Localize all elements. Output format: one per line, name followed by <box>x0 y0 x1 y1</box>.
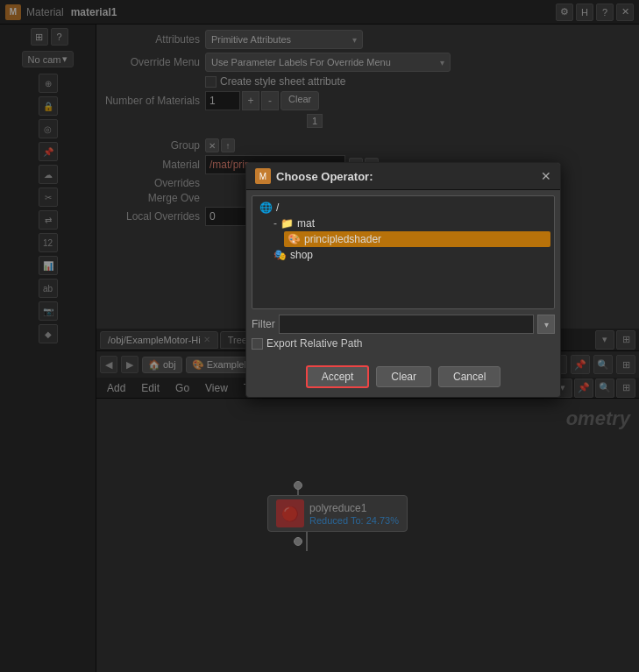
modal-close-btn[interactable]: ✕ <box>541 169 551 183</box>
tree-item-shop[interactable]: 🎭 shop <box>270 247 550 263</box>
export-relative-row: Export Relative Path <box>252 337 555 350</box>
minus-icon: - <box>273 217 277 230</box>
modal-overlay[interactable]: M Choose Operator: ✕ 🌐 / - 📁 mat <box>0 0 639 672</box>
mat-folder-icon: 📁 <box>280 217 294 230</box>
accept-button[interactable]: Accept <box>306 365 370 388</box>
modal-title: Choose Operator: <box>276 170 373 183</box>
filter-arrow-btn[interactable]: ▾ <box>537 315 555 334</box>
tree-shop-label: shop <box>290 249 313 261</box>
export-relative-label: Export Relative Path <box>266 337 362 350</box>
tree-item-principledshader[interactable]: 🎨 principledshader <box>284 231 550 247</box>
tree-item-root[interactable]: 🌐 / <box>256 200 550 216</box>
shader-icon: 🎨 <box>288 233 301 245</box>
export-relative-checkbox[interactable] <box>252 338 263 350</box>
operator-tree: 🌐 / - 📁 mat 🎨 principledshader 🎭 sh <box>252 195 555 309</box>
choose-operator-modal: M Choose Operator: ✕ 🌐 / - 📁 mat <box>245 162 561 398</box>
tree-principledshader-label: principledshader <box>304 233 381 245</box>
shop-icon: 🎭 <box>273 249 287 261</box>
cancel-button[interactable]: Cancel <box>438 366 501 387</box>
modal-title-area: M Choose Operator: <box>255 168 373 184</box>
filter-row: Filter ▾ <box>252 315 555 334</box>
tree-root-label: / <box>276 202 279 214</box>
modal-body: 🌐 / - 📁 mat 🎨 principledshader 🎭 sh <box>246 190 560 360</box>
modal-footer: Accept Clear Cancel <box>246 360 560 397</box>
filter-input[interactable] <box>279 315 534 334</box>
clear-button[interactable]: Clear <box>376 366 431 387</box>
tree-item-mat[interactable]: - 📁 mat <box>270 216 550 231</box>
globe-icon: 🌐 <box>259 202 273 214</box>
tree-mat-label: mat <box>297 217 315 230</box>
modal-header: M Choose Operator: ✕ <box>246 163 560 190</box>
modal-icon: M <box>255 168 271 184</box>
filter-label: Filter <box>252 318 275 330</box>
